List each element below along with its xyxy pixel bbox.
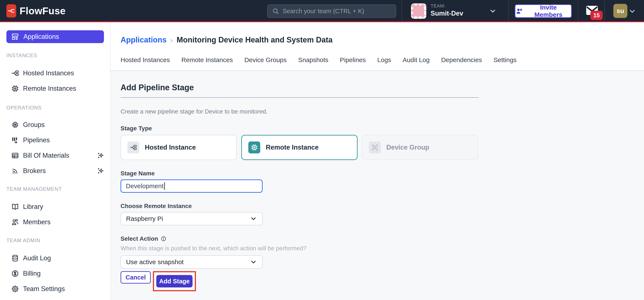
nav-divider (508, 0, 509, 21)
add-stage-button[interactable]: Add Stage (156, 275, 192, 287)
sidebar: Applications INSTANCES Hosted Instances … (0, 22, 111, 300)
tab-dependencies[interactable]: Dependencies (441, 56, 482, 64)
team-label: TEAM: (430, 3, 463, 9)
search-input[interactable]: Search your team (CTRL + K) (267, 5, 396, 18)
breadcrumb-applications-link[interactable]: Applications (120, 35, 166, 44)
stage-name-value: Development (126, 183, 164, 190)
tab-remote-instances[interactable]: Remote Instances (182, 56, 233, 64)
chevron-down-icon (250, 215, 257, 222)
sidebar-item-pipelines[interactable]: Pipelines (11, 134, 104, 146)
page-title: Monitoring Device Health and System Data (176, 35, 332, 44)
device-group-icon (369, 141, 381, 154)
groups-icon (11, 121, 19, 129)
sidebar-item-audit-log[interactable]: Audit Log (11, 252, 104, 264)
user-avatar[interactable]: su (613, 4, 628, 18)
sidebar-section-operations: OPERATIONS (6, 105, 110, 111)
tab-hosted-instances[interactable]: Hosted Instances (120, 56, 170, 64)
notification-badge: 15 (590, 11, 603, 20)
stage-type-label: Stage Type (120, 125, 644, 132)
stage-type-label-text: Remote Instance (266, 143, 318, 151)
stage-name-input[interactable]: Development (120, 180, 262, 193)
sidebar-section-team-management: TEAM MANAGEMENT (6, 186, 110, 192)
cancel-button[interactable]: Cancel (120, 271, 151, 283)
sidebar-item-label: Billing (23, 270, 41, 277)
invite-members-button[interactable]: Invite Members (515, 4, 572, 18)
remote-instances-icon (11, 84, 19, 93)
form-title: Add Pipeline Stage (120, 83, 644, 92)
sidebar-item-label: Team Settings (23, 285, 65, 293)
stage-type-hosted-instance[interactable]: Hosted Instance (120, 135, 237, 160)
remote-instance-icon (248, 141, 260, 154)
remote-instance-label: Choose Remote Instance (120, 203, 644, 210)
stage-type-remote-instance[interactable]: Remote Instance (241, 135, 358, 160)
sidebar-item-hosted-instances[interactable]: Hosted Instances (11, 67, 104, 79)
nav-divider (578, 0, 578, 21)
flowfuse-logo[interactable]: FlowFuse (6, 4, 66, 18)
sidebar-item-remote-instances[interactable]: Remote Instances (11, 83, 104, 94)
sidebar-item-members[interactable]: Members (11, 216, 104, 228)
sidebar-item-team-settings[interactable]: Team Settings (11, 283, 104, 295)
sidebar-item-groups[interactable]: Groups (11, 119, 104, 131)
tab-snapshots[interactable]: Snapshots (298, 56, 328, 64)
billing-icon (11, 269, 19, 278)
stage-name-label: Stage Name (120, 170, 644, 177)
tab-pipelines[interactable]: Pipelines (340, 56, 366, 64)
main-area: Applications › Monitoring Device Health … (111, 22, 644, 300)
flowfuse-logo-icon (6, 4, 16, 18)
team-selector[interactable]: TEAM: Sumit-Dev (430, 3, 463, 17)
tab-audit-log[interactable]: Audit Log (403, 56, 430, 64)
person-plus-icon (515, 7, 523, 15)
add-pipeline-stage-form: Add Pipeline Stage Create a new pipeline… (111, 71, 644, 291)
action-select[interactable]: Use active snapshot (120, 255, 262, 269)
sidebar-item-label: Hosted Instances (23, 69, 74, 77)
select-action-help-text: When this stage is pushed to the next, w… (120, 244, 308, 253)
team-avatar[interactable] (411, 4, 426, 19)
sidebar-section-instances: INSTANCES (6, 53, 110, 58)
sidebar-item-label: Audit Log (23, 254, 51, 262)
remote-instance-select[interactable]: Raspberry Pi (120, 212, 262, 225)
tab-logs[interactable]: Logs (377, 56, 391, 64)
pipelines-icon (11, 136, 19, 144)
form-description: Create a new pipeline stage for Device t… (120, 108, 644, 115)
sidebar-item-label: Groups (23, 121, 45, 129)
nav-divider (402, 0, 402, 21)
library-icon (11, 203, 19, 211)
sidebar-item-label: Bill Of Materials (23, 152, 93, 159)
chevron-down-icon (250, 258, 257, 266)
stage-type-device-group: Device Group (362, 135, 478, 160)
info-icon[interactable] (160, 236, 166, 242)
sidebar-item-bill-of-materials[interactable]: Bill Of Materials (11, 149, 104, 162)
nav-divider (604, 0, 605, 21)
sidebar-item-label: Remote Instances (23, 85, 76, 92)
breadcrumb-separator: › (170, 36, 173, 44)
sidebar-item-label: Members (23, 218, 50, 226)
search-placeholder: Search your team (CTRL + K) (282, 8, 364, 15)
hosted-instance-icon (127, 141, 139, 154)
breadcrumb: Applications › Monitoring Device Health … (120, 35, 644, 44)
sidebar-item-billing[interactable]: Billing (11, 267, 104, 279)
sidebar-item-brokers[interactable]: Brokers (11, 165, 104, 177)
team-chevron-down-icon[interactable] (489, 7, 497, 15)
sidebar-item-library[interactable]: Library (11, 201, 104, 213)
tab-settings[interactable]: Settings (494, 56, 516, 64)
hosted-instances-icon (11, 69, 19, 77)
page-header: Applications › Monitoring Device Health … (111, 22, 644, 71)
sidebar-item-label: Pipelines (23, 136, 50, 144)
sidebar-item-label: Library (23, 203, 43, 211)
stage-type-options: Hosted Instance Remote Instance (120, 135, 644, 160)
brand-name: FlowFuse (20, 5, 66, 17)
select-action-label: Select Action (120, 235, 644, 242)
user-chevron-down-icon[interactable] (628, 7, 636, 15)
form-actions: Cancel Add Stage (120, 271, 644, 291)
divider (120, 97, 479, 98)
invite-members-label: Invite Members (526, 4, 571, 18)
sparkles-icon (97, 152, 104, 159)
text-cursor (164, 182, 165, 190)
stage-type-label-text: Hosted Instance (145, 143, 196, 151)
stage-type-label-text: Device Group (386, 143, 429, 151)
sidebar-item-applications[interactable]: Applications (6, 30, 104, 43)
notifications-button[interactable]: 15 (585, 5, 604, 21)
applications-icon (11, 33, 19, 41)
tab-device-groups[interactable]: Device Groups (244, 56, 287, 64)
red-annotation-box: Add Stage (153, 271, 196, 291)
